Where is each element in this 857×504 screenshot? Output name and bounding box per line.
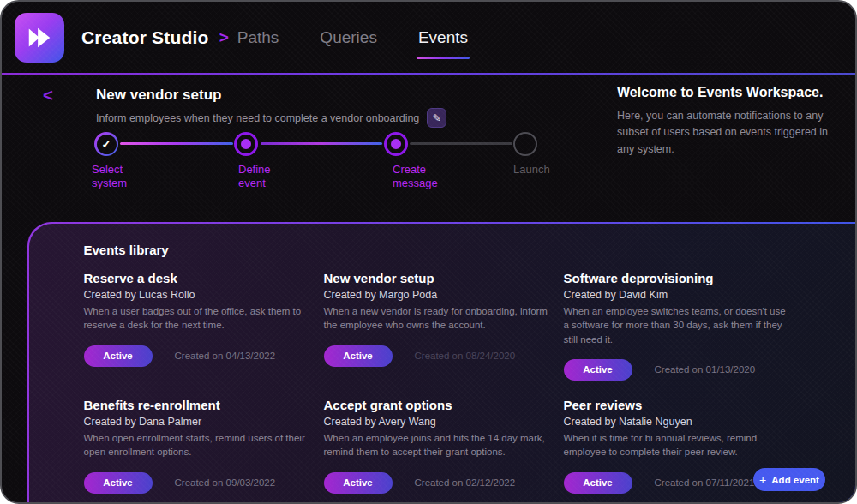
step-label-define-event: Define event bbox=[238, 163, 293, 189]
step-define-event[interactable] bbox=[234, 132, 258, 156]
status-badge[interactable]: Active bbox=[324, 345, 393, 367]
app-window: Creator Studio > Paths Queries Events < … bbox=[0, 0, 857, 504]
check-icon: ✓ bbox=[102, 138, 111, 151]
status-badge[interactable]: Active bbox=[84, 472, 153, 494]
stepper-connector bbox=[410, 142, 512, 145]
card-created-on: Created on 07/11/2021 bbox=[655, 477, 755, 488]
card-created-by: Created by Avery Wang bbox=[324, 416, 552, 428]
card-created-on: Created on 01/13/2020 bbox=[655, 364, 756, 375]
card-created-by: Created by Lucas Rollo bbox=[84, 289, 312, 301]
workflow-subtitle-row: Inform employees when they need to compl… bbox=[96, 108, 446, 128]
card-created-by: Created by Natalie Nguyen bbox=[564, 416, 792, 428]
card-description: When an employee switches teams, or does… bbox=[564, 304, 792, 347]
fast-forward-icon bbox=[25, 23, 54, 52]
card-description: When a user badges out of the office, as… bbox=[84, 304, 312, 333]
tab-events[interactable]: Events bbox=[418, 28, 468, 47]
card-created-on: Created on 02/12/2022 bbox=[415, 477, 516, 488]
welcome-title: Welcome to Events Workspace. bbox=[617, 85, 833, 100]
add-event-button[interactable]: + Add event bbox=[753, 468, 825, 491]
workflow-title: New vendor setup bbox=[96, 87, 221, 104]
card-description: When an employee joins and hits the 14 d… bbox=[324, 431, 552, 460]
card-created-by: Created by Dana Palmer bbox=[84, 416, 312, 428]
step-select-system[interactable]: ✓ bbox=[94, 132, 118, 156]
tab-queries[interactable]: Queries bbox=[320, 28, 377, 47]
event-card-new-vendor-setup: New vendor setup Created by Margo Poda W… bbox=[324, 271, 552, 381]
events-card-grid: Reserve a desk Created by Lucas Rollo Wh… bbox=[84, 271, 857, 494]
card-created-on: Created on 09/03/2022 bbox=[175, 477, 276, 488]
tab-paths[interactable]: Paths bbox=[237, 28, 279, 47]
event-card-accept-grant-options: Accept grant options Created by Avery Wa… bbox=[324, 398, 552, 494]
events-library-title: Events library bbox=[84, 243, 857, 257]
card-created-by: Created by David Kim bbox=[564, 289, 792, 301]
card-title: Accept grant options bbox=[324, 398, 552, 412]
top-nav-bar: Creator Studio > Paths Queries Events bbox=[2, 2, 855, 74]
card-title: Software deprovisioning bbox=[564, 271, 792, 285]
step-label-launch: Launch bbox=[513, 163, 568, 177]
step-dot bbox=[391, 139, 401, 149]
card-title: New vendor setup bbox=[324, 271, 552, 285]
back-button[interactable]: < bbox=[43, 87, 53, 104]
breadcrumb-chevron-icon: > bbox=[219, 28, 229, 47]
app-title: Creator Studio bbox=[81, 27, 209, 48]
step-launch[interactable] bbox=[513, 132, 537, 156]
welcome-body: Here, you can automate notifications to … bbox=[617, 108, 833, 158]
header-divider bbox=[2, 73, 855, 75]
card-created-on: Created on 08/24/2020 bbox=[415, 351, 516, 361]
edit-button[interactable]: ✎ bbox=[427, 108, 446, 128]
event-card-benefits-re-enrollment: Benefits re-enrollment Created by Dana P… bbox=[84, 398, 312, 494]
event-card-reserve-a-desk: Reserve a desk Created by Lucas Rollo Wh… bbox=[84, 271, 312, 381]
card-title: Benefits re-enrollment bbox=[84, 398, 312, 412]
event-card-software-deprovisioning: Software deprovisioning Created by David… bbox=[564, 271, 792, 381]
workflow-stepper: ✓ Select system Define event Create mess… bbox=[94, 132, 557, 201]
stepper-connector bbox=[120, 142, 233, 145]
card-description: When it is time for bi annual reviews, r… bbox=[564, 431, 792, 460]
card-description: When open enrollment starts, remind user… bbox=[84, 431, 312, 460]
card-title: Reserve a desk bbox=[84, 271, 312, 285]
step-dot bbox=[241, 139, 251, 149]
plus-icon: + bbox=[759, 474, 766, 486]
stepper-connector bbox=[261, 142, 382, 145]
card-description: When a new vendor is ready for onboardin… bbox=[324, 304, 552, 333]
step-label-select-system: Select system bbox=[92, 163, 147, 189]
card-created-by: Created by Margo Poda bbox=[324, 289, 552, 301]
card-created-on: Created on 04/13/2022 bbox=[175, 351, 276, 361]
step-label-create-message: Create message bbox=[393, 163, 447, 189]
add-event-label: Add event bbox=[771, 475, 819, 485]
status-badge[interactable]: Active bbox=[564, 472, 632, 494]
status-badge[interactable]: Active bbox=[564, 359, 632, 381]
pencil-icon: ✎ bbox=[433, 112, 441, 124]
workflow-subtitle: Inform employees when they need to compl… bbox=[96, 112, 419, 124]
app-logo[interactable] bbox=[15, 13, 64, 63]
status-badge[interactable]: Active bbox=[324, 472, 393, 494]
status-badge[interactable]: Active bbox=[84, 345, 153, 367]
card-title: Peer reviews bbox=[564, 398, 792, 412]
events-library-panel: Events library Reserve a desk Created by… bbox=[27, 222, 857, 504]
active-tab-underline bbox=[417, 57, 470, 59]
step-create-message[interactable] bbox=[384, 132, 408, 156]
welcome-blurb: Welcome to Events Workspace. Here, you c… bbox=[617, 85, 833, 158]
